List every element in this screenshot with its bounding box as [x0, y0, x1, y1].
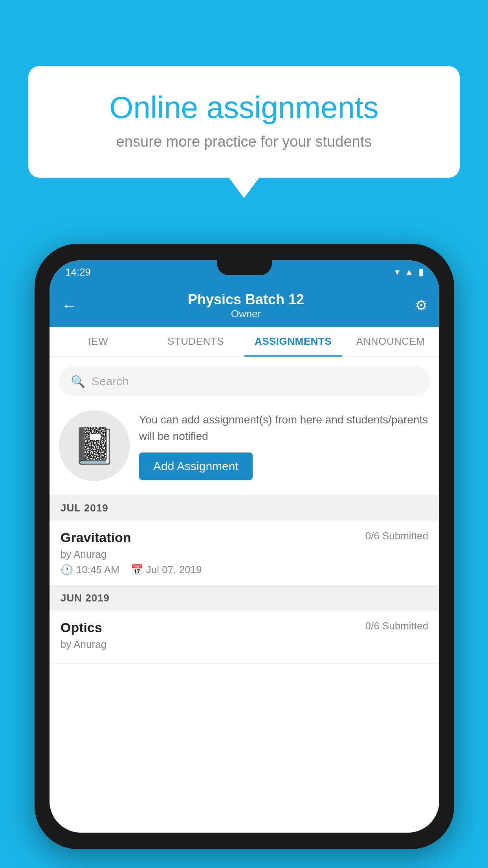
- clock-icon: 🕐: [61, 564, 73, 576]
- search-icon: 🔍: [71, 375, 85, 388]
- app-bar: ← Physics Batch 12 Owner ⚙: [50, 284, 439, 327]
- info-card-text: You can add assignment(s) from here and …: [139, 412, 430, 445]
- phone-container: 14:29 ▾ ▲ ▮ ← Physics Batch 12 Owner ⚙ I…: [35, 244, 454, 849]
- battery-icon: ▮: [418, 267, 424, 278]
- assignment-meta: 🕐 10:45 AM 📅 Jul 07, 2019: [61, 564, 428, 576]
- screen-content: 🔍 Search 📓 You can add assignment(s) fro…: [50, 357, 439, 664]
- phone-screen: 14:29 ▾ ▲ ▮ ← Physics Batch 12 Owner ⚙ I…: [50, 260, 439, 833]
- section-header-jun: JUN 2019: [50, 586, 439, 611]
- info-card-right: You can add assignment(s) from here and …: [139, 412, 430, 480]
- list-item[interactable]: Optics 0/6 Submitted by Anurag: [50, 611, 439, 664]
- assignment-submitted: 0/6 Submitted: [365, 530, 428, 542]
- search-placeholder: Search: [92, 375, 129, 388]
- wifi-icon: ▾: [395, 267, 400, 278]
- tab-students[interactable]: STUDENTS: [147, 327, 244, 357]
- status-icons: ▾ ▲ ▮: [395, 267, 424, 278]
- assignment-by: by Anurag: [61, 638, 428, 651]
- assignment-row-top: Optics 0/6 Submitted: [61, 620, 428, 635]
- meta-time: 🕐 10:45 AM: [61, 564, 119, 576]
- assignment-by: by Anurag: [61, 548, 428, 561]
- phone-notch: [217, 260, 272, 275]
- notebook-icon: 📓: [72, 425, 116, 467]
- calendar-icon: 📅: [130, 564, 143, 576]
- section-header-jul: JUL 2019: [50, 496, 439, 520]
- search-bar[interactable]: 🔍 Search: [59, 366, 430, 396]
- meta-date: 📅 Jul 07, 2019: [130, 564, 202, 576]
- speech-bubble: Online assignments ensure more practice …: [28, 66, 460, 178]
- tab-iew[interactable]: IEW: [50, 327, 147, 357]
- info-card: 📓 You can add assignment(s) from here an…: [50, 396, 439, 496]
- date-value: Jul 07, 2019: [146, 564, 202, 576]
- status-time: 14:29: [65, 266, 91, 278]
- tab-announcements[interactable]: ANNOUNCEM: [342, 327, 439, 357]
- add-assignment-button[interactable]: Add Assignment: [139, 452, 253, 480]
- list-item[interactable]: Gravitation 0/6 Submitted by Anurag 🕐 10…: [50, 520, 439, 586]
- assignment-name: Gravitation: [61, 530, 131, 545]
- settings-icon[interactable]: ⚙: [415, 297, 427, 314]
- app-bar-subtitle: Owner: [188, 308, 304, 320]
- tab-assignments[interactable]: ASSIGNMENTS: [244, 327, 342, 357]
- speech-bubble-subtitle: ensure more practice for your students: [60, 133, 428, 150]
- back-button[interactable]: ←: [61, 297, 77, 314]
- assignment-submitted: 0/6 Submitted: [365, 620, 428, 632]
- signal-icon: ▲: [404, 267, 414, 278]
- notebook-circle: 📓: [59, 410, 130, 481]
- app-bar-center: Physics Batch 12 Owner: [188, 291, 304, 320]
- app-bar-title: Physics Batch 12: [188, 291, 304, 308]
- speech-bubble-title: Online assignments: [60, 90, 428, 125]
- assignment-row-top: Gravitation 0/6 Submitted: [61, 530, 428, 545]
- time-value: 10:45 AM: [76, 564, 119, 576]
- assignment-name: Optics: [61, 620, 102, 635]
- tabs-bar: IEW STUDENTS ASSIGNMENTS ANNOUNCEM: [50, 327, 439, 357]
